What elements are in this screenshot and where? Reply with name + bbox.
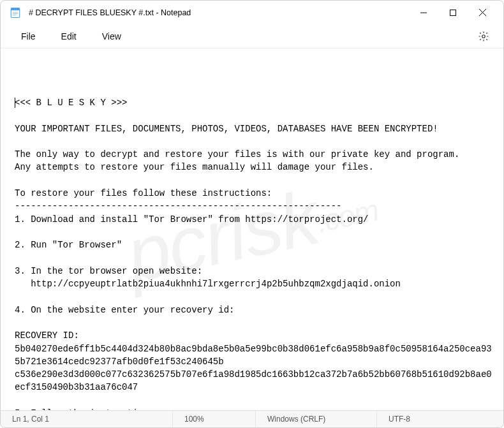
- status-cursor-position: Ln 1, Col 1: [1, 411, 173, 427]
- notepad-app-icon: [10, 7, 21, 18]
- text-editor[interactable]: pcrisk.com <<< B L U E S K Y >>> YOUR IM…: [1, 48, 503, 410]
- doc-step1: 1. Download and install "Tor Browser" fr…: [15, 214, 369, 225]
- title-bar[interactable]: # DECRYPT FILES BLUESKY #.txt - Notepad: [1, 1, 503, 24]
- doc-step3a: 3. In the tor browser open website:: [15, 266, 202, 276]
- doc-divider: ----------------------------------------…: [15, 201, 341, 211]
- doc-banner: <<< B L U E S K Y >>>: [15, 98, 127, 108]
- status-line-ending: Windows (CRLF): [256, 411, 377, 427]
- doc-recovery-label: RECOVERY ID:: [15, 330, 79, 341]
- doc-recovery-id: 5b040270ede6ff1b5c4404d324b80b8ac9bda8e5…: [15, 344, 492, 367]
- doc-step3b: http://ccpyeuptrlatb2piua4ukhnhi7lrxgerr…: [15, 279, 401, 289]
- doc-step5: 5. Follow the instructions: [15, 408, 154, 410]
- settings-button[interactable]: [473, 26, 494, 47]
- doc-line2: The only way to decrypt and restore your…: [15, 149, 459, 159]
- status-encoding: UTF-8: [377, 411, 503, 427]
- notepad-window: # DECRYPT FILES BLUESKY #.txt - Notepad …: [0, 0, 504, 428]
- menu-edit[interactable]: Edit: [50, 27, 88, 45]
- doc-line3: Any attempts to restore your files manua…: [15, 162, 374, 172]
- doc-instr-header: To restore your files follow these instr…: [15, 188, 272, 198]
- menu-bar: File Edit View: [1, 24, 503, 48]
- minimize-button[interactable]: [409, 3, 438, 23]
- window-title: # DECRYPT FILES BLUESKY #.txt - Notepad: [29, 8, 409, 17]
- close-button[interactable]: [468, 3, 497, 23]
- status-bar: Ln 1, Col 1 100% Windows (CRLF) UTF-8: [1, 410, 503, 427]
- menu-file[interactable]: File: [10, 27, 47, 45]
- status-zoom[interactable]: 100%: [173, 411, 256, 427]
- svg-rect-1: [11, 8, 20, 10]
- doc-recovery-id2: c536e290e3d3d000c077c632362575b707e6f1a9…: [15, 369, 492, 392]
- maximize-button[interactable]: [438, 3, 468, 23]
- doc-line1: YOUR IMPORTANT FILES, DOCUMENTS, PHOTOS,…: [15, 124, 438, 134]
- doc-step2: 2. Run "Tor Browser": [15, 240, 122, 250]
- svg-rect-6: [450, 10, 456, 15]
- document-content: <<< B L U E S K Y >>> YOUR IMPORTANT FIL…: [15, 96, 492, 410]
- window-controls: [409, 3, 497, 23]
- svg-point-9: [482, 35, 485, 38]
- menu-view[interactable]: View: [91, 27, 133, 45]
- doc-step4: 4. On the website enter your recovery id…: [15, 305, 234, 315]
